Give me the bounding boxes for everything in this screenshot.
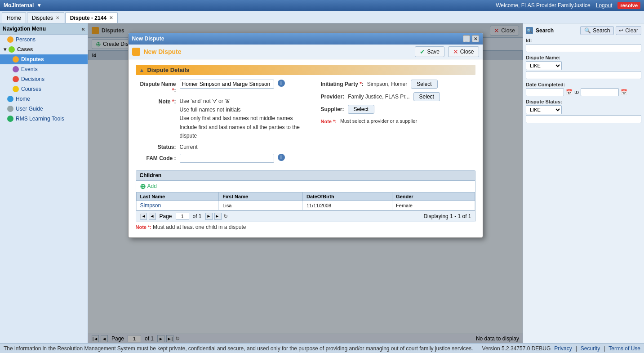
close-modal-label: Close	[460, 49, 474, 55]
right-col: Initiating Party *: Simpson, Homer Selec…	[314, 80, 475, 166]
dispute-status-search-input[interactable]	[526, 115, 641, 123]
sidebar-header: Navigation Menu «	[0, 23, 88, 35]
dispute-status-search-row: LIKE	[526, 105, 641, 114]
modal-save-button[interactable]: ✔ Save	[415, 46, 444, 57]
initiating-party-label: Initiating Party *:	[321, 81, 364, 87]
fam-code-label: FAM Code :	[136, 154, 176, 161]
cal-to-icon[interactable]: 📅	[621, 89, 627, 95]
tab-bar: Home Disputes ✕ Dispute - 2144 ✕	[0, 11, 644, 23]
search-actions: 🔍 Search ↩ Clear	[580, 26, 641, 35]
tab-disputes[interactable]: Disputes ✕	[27, 12, 64, 23]
children-title: Children	[140, 172, 162, 179]
initiating-party-select-button[interactable]: Select	[411, 80, 437, 89]
statusbar-links: Privacy | Security | Terms of Use	[554, 345, 640, 352]
privacy-link[interactable]: Privacy	[554, 345, 572, 352]
sidebar-item-home[interactable]: Home	[0, 94, 88, 104]
children-pagination: |◄ ◄ Page of 1 ► ►| ↻ Displaying 1 - 1 o…	[136, 210, 475, 222]
decisions-icon	[13, 76, 19, 82]
home-icon	[7, 96, 13, 102]
add-child-button[interactable]: ⊕ Add	[136, 181, 475, 192]
modal-close-btn[interactable]: ✕	[472, 35, 479, 42]
modal-close-button[interactable]: ✕ Close	[448, 46, 479, 57]
events-icon	[13, 66, 19, 72]
tab-disputes-label: Disputes	[32, 15, 53, 21]
id-field-label: Id:	[526, 38, 641, 43]
modal-titlebar-btns: _ ✕	[463, 35, 479, 42]
sidebar-item-disputes[interactable]: Disputes	[0, 54, 88, 64]
tab-home[interactable]: Home	[2, 12, 26, 23]
children-first-page[interactable]: |◄	[140, 213, 147, 220]
sidebar-collapse-btn[interactable]: «	[81, 25, 85, 32]
children-next-page[interactable]: ►	[205, 213, 213, 220]
tab-disputes-close[interactable]: ✕	[56, 15, 59, 20]
modal-minimize-btn[interactable]: _	[463, 35, 470, 42]
logout-button[interactable]: Logout	[596, 2, 613, 9]
initiating-party-value: Simpson, Homer	[367, 81, 407, 87]
fam-code-info-icon[interactable]: i	[278, 154, 285, 161]
rms-icon	[7, 116, 13, 122]
dispute-name-search-input[interactable]	[526, 71, 641, 79]
children-prev-page[interactable]: ◄	[149, 213, 156, 220]
sidebar-item-rms[interactable]: RMS Learning Tools	[0, 114, 88, 124]
children-displaying: Displaying 1 - 1 of 1	[423, 213, 471, 219]
modal-titlebar: New Dispute _ ✕	[129, 33, 483, 45]
child-last-name[interactable]: Simpson	[136, 201, 219, 210]
date-to-input[interactable]	[581, 88, 619, 96]
terms-link[interactable]: Terms of Use	[608, 345, 640, 352]
sidebar-item-decisions[interactable]: Decisions	[0, 74, 88, 84]
cal-from-icon[interactable]: 📅	[566, 89, 573, 95]
date-from-input[interactable]	[526, 88, 564, 96]
note-line-1: Use 'and' not 'v' or '&'	[180, 97, 306, 106]
sidebar-item-courses[interactable]: Courses	[0, 84, 88, 94]
dispute-status-select[interactable]: LIKE	[526, 105, 562, 114]
dispute-name-input[interactable]	[180, 80, 274, 89]
bottom-note: Note *: Must add at least one child in a…	[136, 222, 475, 232]
tab-home-label: Home	[7, 15, 21, 21]
children-table: Last Name First Name DateOfBirth Gender …	[136, 192, 475, 210]
link-sep-1: |	[576, 345, 577, 352]
provider-row: Provider: Family Justice, FLAS Pr... Sel…	[321, 92, 475, 101]
children-refresh-btn[interactable]: ↻	[223, 213, 228, 219]
modal-body: ▲ Dispute Details Dispute Name *: i	[129, 59, 483, 237]
provider-select-button[interactable]: Select	[413, 92, 440, 101]
dispute-name-info-icon[interactable]: i	[278, 80, 285, 87]
fam-code-input[interactable]	[180, 154, 274, 163]
tab-dispute-2144[interactable]: Dispute - 2144 ✕	[65, 12, 118, 23]
sidebar-label-cases: Cases	[17, 46, 33, 53]
children-page-input[interactable]	[176, 213, 189, 220]
col-dob: DateOfBirth	[302, 192, 392, 201]
sidebar: Navigation Menu « Persons ▾ Cases Disput…	[0, 23, 88, 343]
children-last-page[interactable]: ►|	[214, 213, 222, 220]
modal-close-icon: ✕	[453, 48, 458, 55]
tab-dispute-2144-close[interactable]: ✕	[109, 15, 113, 20]
note-line-3: Use only first and last names not middle…	[180, 114, 306, 123]
sidebar-label-rms: RMS Learning Tools	[16, 116, 64, 122]
search-button[interactable]: 🔍 Search	[580, 26, 614, 35]
date-completed-label: Date Completed:	[526, 82, 641, 87]
search-panel-header: 🔍 Search 🔍 Search ↩ Clear	[526, 26, 641, 35]
clear-button[interactable]: ↩ Clear	[616, 26, 641, 35]
search-icon-btn: 🔍	[584, 27, 591, 34]
supplier-select-button[interactable]: Select	[348, 105, 374, 114]
sidebar-item-events[interactable]: Events	[0, 64, 88, 74]
app-name: MoJInternal	[4, 2, 34, 9]
note-row: Note *: Use 'and' not 'v' or '&' Use ful…	[136, 97, 306, 140]
sidebar-section-cases[interactable]: ▾ Cases	[0, 45, 88, 54]
dispute-name-select[interactable]: LIKE	[526, 61, 562, 70]
dropdown-arrow[interactable]: ▼	[36, 2, 42, 9]
save-label: Save	[427, 49, 439, 55]
security-link[interactable]: Security	[581, 345, 600, 352]
sidebar-item-persons[interactable]: Persons	[0, 35, 88, 45]
modal-toolbar: New Dispute ✔ Save ✕ Close	[129, 45, 483, 59]
status-row: Status: Current	[136, 144, 306, 150]
provider-label: Provider:	[321, 94, 345, 100]
sidebar-item-userguide[interactable]: User Guide	[0, 104, 88, 114]
sidebar-label-decisions: Decisions	[21, 76, 44, 82]
children-section: Children ⊕ Add Last Name First Name	[136, 170, 475, 222]
id-search-input[interactable]	[526, 44, 641, 52]
note-text: Use 'and' not 'v' or '&' Use full names …	[180, 97, 306, 140]
child-first-name: Lisa	[219, 201, 303, 210]
dispute-status-label: Dispute Status:	[526, 99, 641, 104]
search-btn-label: Search	[593, 27, 610, 34]
section-collapse-btn[interactable]: ▲	[139, 67, 145, 73]
